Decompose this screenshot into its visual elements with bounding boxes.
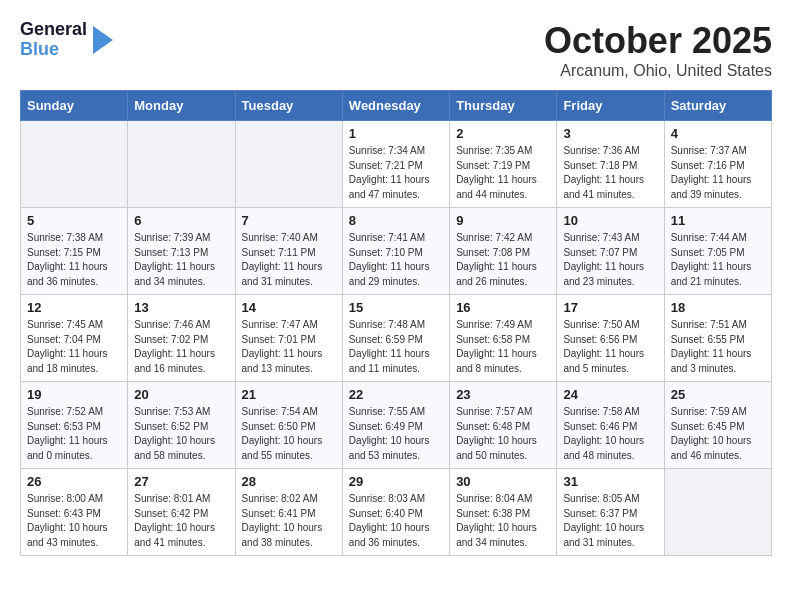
day-info: Sunrise: 7:41 AM Sunset: 7:10 PM Dayligh… <box>349 231 443 289</box>
day-number: 10 <box>563 213 657 228</box>
day-info: Sunrise: 8:04 AM Sunset: 6:38 PM Dayligh… <box>456 492 550 550</box>
day-number: 4 <box>671 126 765 141</box>
day-info: Sunrise: 7:36 AM Sunset: 7:18 PM Dayligh… <box>563 144 657 202</box>
calendar-cell: 14Sunrise: 7:47 AM Sunset: 7:01 PM Dayli… <box>235 295 342 382</box>
day-info: Sunrise: 7:35 AM Sunset: 7:19 PM Dayligh… <box>456 144 550 202</box>
weekday-header-monday: Monday <box>128 91 235 121</box>
day-number: 11 <box>671 213 765 228</box>
location: Arcanum, Ohio, United States <box>544 62 772 80</box>
day-info: Sunrise: 7:51 AM Sunset: 6:55 PM Dayligh… <box>671 318 765 376</box>
day-info: Sunrise: 7:52 AM Sunset: 6:53 PM Dayligh… <box>27 405 121 463</box>
day-number: 1 <box>349 126 443 141</box>
calendar-cell: 28Sunrise: 8:02 AM Sunset: 6:41 PM Dayli… <box>235 469 342 556</box>
day-number: 12 <box>27 300 121 315</box>
calendar-cell: 11Sunrise: 7:44 AM Sunset: 7:05 PM Dayli… <box>664 208 771 295</box>
day-info: Sunrise: 7:40 AM Sunset: 7:11 PM Dayligh… <box>242 231 336 289</box>
day-number: 21 <box>242 387 336 402</box>
logo-text: GeneralBlue <box>20 20 87 60</box>
calendar-cell <box>128 121 235 208</box>
calendar-cell: 19Sunrise: 7:52 AM Sunset: 6:53 PM Dayli… <box>21 382 128 469</box>
day-info: Sunrise: 8:01 AM Sunset: 6:42 PM Dayligh… <box>134 492 228 550</box>
calendar-cell: 24Sunrise: 7:58 AM Sunset: 6:46 PM Dayli… <box>557 382 664 469</box>
day-info: Sunrise: 8:00 AM Sunset: 6:43 PM Dayligh… <box>27 492 121 550</box>
weekday-header-saturday: Saturday <box>664 91 771 121</box>
day-info: Sunrise: 7:38 AM Sunset: 7:15 PM Dayligh… <box>27 231 121 289</box>
day-info: Sunrise: 7:50 AM Sunset: 6:56 PM Dayligh… <box>563 318 657 376</box>
calendar-cell <box>235 121 342 208</box>
day-number: 7 <box>242 213 336 228</box>
day-info: Sunrise: 7:53 AM Sunset: 6:52 PM Dayligh… <box>134 405 228 463</box>
day-number: 23 <box>456 387 550 402</box>
calendar-cell: 8Sunrise: 7:41 AM Sunset: 7:10 PM Daylig… <box>342 208 449 295</box>
day-info: Sunrise: 7:34 AM Sunset: 7:21 PM Dayligh… <box>349 144 443 202</box>
weekday-header-sunday: Sunday <box>21 91 128 121</box>
day-number: 16 <box>456 300 550 315</box>
calendar-cell: 5Sunrise: 7:38 AM Sunset: 7:15 PM Daylig… <box>21 208 128 295</box>
day-info: Sunrise: 8:03 AM Sunset: 6:40 PM Dayligh… <box>349 492 443 550</box>
day-number: 8 <box>349 213 443 228</box>
calendar-cell: 16Sunrise: 7:49 AM Sunset: 6:58 PM Dayli… <box>450 295 557 382</box>
day-number: 25 <box>671 387 765 402</box>
calendar-cell: 3Sunrise: 7:36 AM Sunset: 7:18 PM Daylig… <box>557 121 664 208</box>
day-number: 6 <box>134 213 228 228</box>
week-row-1: 5Sunrise: 7:38 AM Sunset: 7:15 PM Daylig… <box>21 208 772 295</box>
calendar-cell: 17Sunrise: 7:50 AM Sunset: 6:56 PM Dayli… <box>557 295 664 382</box>
day-info: Sunrise: 8:05 AM Sunset: 6:37 PM Dayligh… <box>563 492 657 550</box>
calendar-cell: 10Sunrise: 7:43 AM Sunset: 7:07 PM Dayli… <box>557 208 664 295</box>
day-number: 9 <box>456 213 550 228</box>
day-number: 18 <box>671 300 765 315</box>
day-info: Sunrise: 7:59 AM Sunset: 6:45 PM Dayligh… <box>671 405 765 463</box>
logo: GeneralBlue <box>20 20 113 60</box>
weekday-header-tuesday: Tuesday <box>235 91 342 121</box>
day-info: Sunrise: 7:49 AM Sunset: 6:58 PM Dayligh… <box>456 318 550 376</box>
day-info: Sunrise: 7:54 AM Sunset: 6:50 PM Dayligh… <box>242 405 336 463</box>
week-row-3: 19Sunrise: 7:52 AM Sunset: 6:53 PM Dayli… <box>21 382 772 469</box>
day-number: 5 <box>27 213 121 228</box>
calendar-cell: 23Sunrise: 7:57 AM Sunset: 6:48 PM Dayli… <box>450 382 557 469</box>
day-number: 29 <box>349 474 443 489</box>
calendar-cell: 22Sunrise: 7:55 AM Sunset: 6:49 PM Dayli… <box>342 382 449 469</box>
calendar-cell: 1Sunrise: 7:34 AM Sunset: 7:21 PM Daylig… <box>342 121 449 208</box>
day-info: Sunrise: 7:46 AM Sunset: 7:02 PM Dayligh… <box>134 318 228 376</box>
day-number: 14 <box>242 300 336 315</box>
calendar-cell: 13Sunrise: 7:46 AM Sunset: 7:02 PM Dayli… <box>128 295 235 382</box>
weekday-header-friday: Friday <box>557 91 664 121</box>
calendar-cell: 2Sunrise: 7:35 AM Sunset: 7:19 PM Daylig… <box>450 121 557 208</box>
calendar-cell: 4Sunrise: 7:37 AM Sunset: 7:16 PM Daylig… <box>664 121 771 208</box>
day-number: 2 <box>456 126 550 141</box>
day-info: Sunrise: 7:44 AM Sunset: 7:05 PM Dayligh… <box>671 231 765 289</box>
day-info: Sunrise: 8:02 AM Sunset: 6:41 PM Dayligh… <box>242 492 336 550</box>
day-info: Sunrise: 7:47 AM Sunset: 7:01 PM Dayligh… <box>242 318 336 376</box>
logo-chevron-icon <box>93 22 113 58</box>
calendar-cell: 30Sunrise: 8:04 AM Sunset: 6:38 PM Dayli… <box>450 469 557 556</box>
day-info: Sunrise: 7:43 AM Sunset: 7:07 PM Dayligh… <box>563 231 657 289</box>
day-info: Sunrise: 7:48 AM Sunset: 6:59 PM Dayligh… <box>349 318 443 376</box>
day-number: 13 <box>134 300 228 315</box>
week-row-0: 1Sunrise: 7:34 AM Sunset: 7:21 PM Daylig… <box>21 121 772 208</box>
title-block: October 2025 Arcanum, Ohio, United State… <box>544 20 772 80</box>
calendar-cell: 18Sunrise: 7:51 AM Sunset: 6:55 PM Dayli… <box>664 295 771 382</box>
day-number: 27 <box>134 474 228 489</box>
calendar-cell: 15Sunrise: 7:48 AM Sunset: 6:59 PM Dayli… <box>342 295 449 382</box>
month-title: October 2025 <box>544 20 772 62</box>
day-number: 3 <box>563 126 657 141</box>
calendar-cell <box>664 469 771 556</box>
day-number: 26 <box>27 474 121 489</box>
weekday-header-wednesday: Wednesday <box>342 91 449 121</box>
day-info: Sunrise: 7:37 AM Sunset: 7:16 PM Dayligh… <box>671 144 765 202</box>
calendar-cell: 7Sunrise: 7:40 AM Sunset: 7:11 PM Daylig… <box>235 208 342 295</box>
logo-blue: Blue <box>20 39 59 59</box>
calendar-cell: 20Sunrise: 7:53 AM Sunset: 6:52 PM Dayli… <box>128 382 235 469</box>
calendar-cell: 26Sunrise: 8:00 AM Sunset: 6:43 PM Dayli… <box>21 469 128 556</box>
calendar: SundayMondayTuesdayWednesdayThursdayFrid… <box>20 90 772 556</box>
calendar-cell: 21Sunrise: 7:54 AM Sunset: 6:50 PM Dayli… <box>235 382 342 469</box>
week-row-2: 12Sunrise: 7:45 AM Sunset: 7:04 PM Dayli… <box>21 295 772 382</box>
day-number: 20 <box>134 387 228 402</box>
day-number: 17 <box>563 300 657 315</box>
week-row-4: 26Sunrise: 8:00 AM Sunset: 6:43 PM Dayli… <box>21 469 772 556</box>
day-info: Sunrise: 7:45 AM Sunset: 7:04 PM Dayligh… <box>27 318 121 376</box>
day-number: 15 <box>349 300 443 315</box>
day-number: 24 <box>563 387 657 402</box>
calendar-cell: 31Sunrise: 8:05 AM Sunset: 6:37 PM Dayli… <box>557 469 664 556</box>
calendar-cell: 27Sunrise: 8:01 AM Sunset: 6:42 PM Dayli… <box>128 469 235 556</box>
